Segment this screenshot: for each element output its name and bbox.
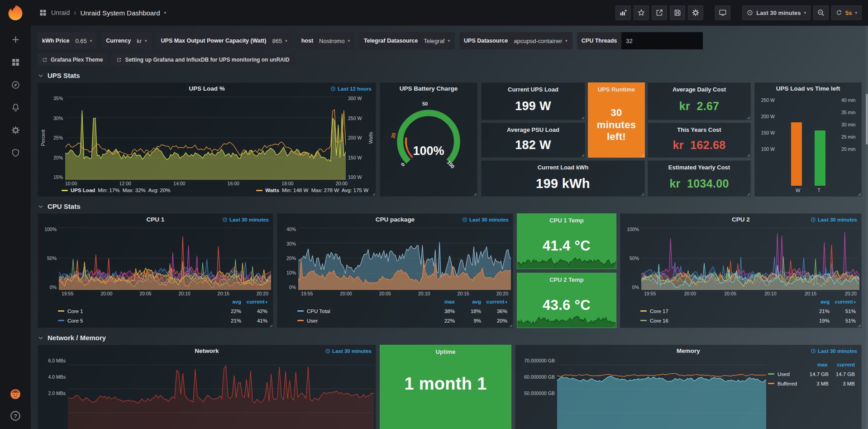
variable-value-dropdown[interactable]: Nostromo▾	[318, 38, 355, 44]
bar-y-axis-right: 40 min35 min30 min25 min20 min	[839, 96, 860, 187]
legend-item[interactable]: WattsMin: 148 W Max: 278 W Avg: 175 W	[256, 188, 368, 193]
legend-item[interactable]: UPS LoadMin: 17% Max: 32% Avg: 20%	[62, 188, 171, 193]
alerting-bell-icon[interactable]	[11, 103, 20, 112]
legend-series-name[interactable]: Core 1	[58, 308, 215, 314]
stat-title[interactable]: CPU 2 Temp	[549, 276, 584, 283]
series-swatch	[297, 310, 304, 312]
panel-title-bar[interactable]: UPS Battery Charge	[380, 83, 477, 95]
y-axis-label-left: Percent	[40, 130, 46, 146]
external-link-icon	[116, 57, 122, 63]
help-icon[interactable]: ?	[10, 410, 21, 422]
refresh-button[interactable]: 5s ▾	[831, 5, 862, 20]
variable-host: host Nostromo▾	[297, 32, 355, 49]
variable-value-dropdown[interactable]: apcupsd-container▾	[512, 38, 572, 44]
legend-table: maxcurrent Used 14.7 GB14.7 GB Buffered …	[766, 358, 859, 429]
scrollbar-thumb[interactable]	[866, 94, 868, 145]
memory-chart[interactable]	[557, 358, 766, 429]
ups-stat-panels: Current UPS Load 199 W UPS Runtime 30 mi…	[481, 82, 751, 197]
grafana-logo[interactable]	[7, 4, 24, 21]
stat-value: kr 1034.00	[669, 171, 729, 196]
bar-chart[interactable]	[777, 96, 839, 187]
server-admin-shield-icon[interactable]	[11, 148, 20, 158]
dashboard-link-plex-theme[interactable]: Grafana Plex Theme	[38, 53, 107, 66]
panel-average-daily-cost: Average Daily Cost kr 2.67	[648, 82, 751, 120]
stat-title[interactable]: UPS Runtime	[598, 86, 635, 93]
section-cpu-stats[interactable]: CPU Stats	[38, 202, 862, 210]
variable-value-dropdown[interactable]: kr▾	[135, 38, 152, 44]
time-picker-button[interactable]: Last 30 minutes ▾	[742, 5, 811, 20]
cpu-package-chart[interactable]	[298, 227, 511, 290]
star-dashboard-button[interactable]	[634, 5, 649, 20]
page-scrollbar[interactable]	[866, 26, 868, 429]
panel-title-bar[interactable]: CPU 2 Last 30 minutes	[620, 214, 861, 226]
panel-title-bar[interactable]: CPU package Last 30 minutes	[277, 214, 513, 226]
series-swatch	[768, 373, 774, 375]
cpu-threads-input[interactable]	[621, 32, 703, 49]
save-dashboard-button[interactable]	[670, 5, 685, 20]
stat-title[interactable]: Current Load kWh	[538, 164, 589, 171]
legend-series-name[interactable]: Used	[768, 371, 802, 377]
section-ups-stats[interactable]: UPS Stats	[38, 72, 862, 79]
star-icon	[637, 9, 645, 17]
time-series-plot	[68, 358, 374, 429]
add-panel-button[interactable]	[615, 5, 631, 20]
legend-row: Buffered 3 MB3 MB	[768, 379, 855, 388]
chevron-down-icon	[38, 335, 44, 341]
series-swatch	[640, 310, 647, 312]
legend-row: Used 14.7 GB14.7 GB	[768, 369, 855, 379]
dashboard-link-ups-guide[interactable]: Setting up Grafana and InfluxDB for UPS …	[112, 53, 294, 66]
variable-value-dropdown[interactable]: Telegraf▾	[422, 38, 455, 44]
dashboard-title[interactable]: Unraid System Dashboard	[81, 9, 160, 17]
configuration-gear-icon[interactable]	[11, 125, 20, 135]
cpu2-chart[interactable]	[641, 227, 859, 290]
legend-series-name[interactable]: Core 5	[58, 318, 215, 323]
stat-title[interactable]: Uptime	[435, 348, 455, 355]
user-avatar[interactable]	[10, 388, 21, 400]
dashboards-icon[interactable]	[11, 58, 20, 67]
stat-title[interactable]: Estimated Yearly Cost	[668, 164, 730, 171]
stat-title[interactable]: Current UPS Load	[508, 86, 558, 93]
left-sidebar: ?	[0, 0, 31, 429]
share-dashboard-button[interactable]	[652, 5, 667, 20]
legend-series-name[interactable]: CPU Total	[297, 308, 429, 314]
panel-time-range[interactable]: Last 12 hours	[330, 83, 372, 95]
network-chart[interactable]	[68, 358, 374, 429]
panel-title-bar[interactable]: CPU 1 Last 30 minutes	[38, 214, 273, 226]
create-plus-icon[interactable]	[11, 35, 20, 44]
panel-title-bar[interactable]: UPS Load % Last 12 hours	[38, 83, 376, 95]
cpu1-chart[interactable]	[59, 227, 271, 290]
variable-value-dropdown[interactable]: 865▾	[271, 38, 292, 44]
legend-series-name[interactable]: User	[297, 318, 429, 323]
variable-value-dropdown[interactable]: 0.65▾	[74, 38, 97, 44]
panel-time-range[interactable]: Last 30 minutes	[811, 214, 857, 226]
stat-title[interactable]: This Years Cost	[677, 126, 721, 133]
legend-series-name[interactable]: Core 17	[640, 308, 803, 314]
panel-time-range[interactable]: Last 30 minutes	[325, 345, 372, 357]
ups-load-chart[interactable]	[65, 96, 346, 180]
panel-uptime: Uptime 1 month 1	[380, 345, 511, 429]
cycle-view-mode-button[interactable]	[715, 5, 730, 20]
time-series-plot	[59, 227, 271, 290]
legend-row: Core 16 19%51%	[640, 316, 856, 325]
caret-down-icon[interactable]: ▾	[164, 11, 167, 15]
external-link-icon	[42, 57, 48, 63]
stat-title[interactable]: Average PSU Load	[507, 126, 559, 133]
explore-compass-icon[interactable]	[11, 80, 20, 90]
panel-time-range[interactable]: Last 30 minutes	[462, 214, 509, 226]
legend-series-name[interactable]: Core 16	[640, 318, 803, 323]
stat-title[interactable]: CPU 1 Temp	[549, 217, 584, 224]
section-network-memory[interactable]: Network / Memory	[38, 334, 862, 342]
panel-title-bar[interactable]: Memory Last 30 minutes	[515, 345, 861, 357]
stat-value: 30 minutes left!	[588, 93, 644, 157]
add-panel-icon	[619, 9, 627, 17]
panel-title-bar[interactable]: Network Last 30 minutes	[38, 345, 376, 357]
refresh-icon	[836, 10, 842, 16]
panel-title-bar[interactable]: UPS Load vs Time left	[755, 83, 861, 95]
breadcrumb-root[interactable]: Unraid	[51, 9, 70, 16]
zoom-out-time-button[interactable]	[813, 5, 829, 20]
panel-time-range[interactable]: Last 30 minutes	[811, 345, 857, 357]
panel-time-range[interactable]: Last 30 minutes	[222, 214, 269, 226]
legend-series-name[interactable]: Buffered	[768, 381, 802, 386]
stat-title[interactable]: Average Daily Cost	[672, 86, 726, 93]
dashboard-settings-button[interactable]	[688, 5, 703, 20]
